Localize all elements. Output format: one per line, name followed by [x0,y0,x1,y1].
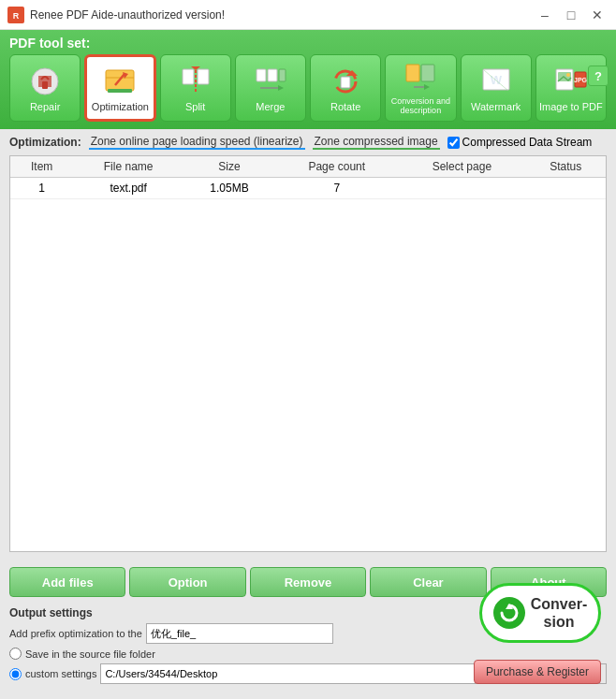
remove-button[interactable]: Remove [250,567,366,597]
help-button[interactable]: ? [588,66,609,86]
svg-text:R: R [13,11,20,21]
custom-settings-label: custom settings [25,668,96,679]
add-files-button[interactable]: Add files [9,567,125,597]
option-button[interactable]: Option [129,567,245,597]
compressed-data-stream-checkbox[interactable] [447,137,460,149]
merge-label: Merge [256,101,285,112]
repair-icon [26,64,64,99]
optim-compressed-option[interactable]: Zone compressed image [313,135,440,150]
tool-watermark[interactable]: W Watermark [461,54,532,122]
table-row[interactable]: 1 text.pdf 1.05MB 7 [10,178,606,199]
cell-size: 1.05MB [183,178,275,199]
cell-status [525,178,606,199]
window-controls: – □ ✕ [534,7,609,23]
cell-item: 1 [10,178,73,199]
optimization-label: Optimization [92,101,149,112]
rotate-icon [327,64,364,99]
convert-label: Conver- sion [531,595,587,631]
tool-optimization[interactable]: Optimization [84,54,155,122]
col-status: Status [525,156,606,178]
save-source-radio[interactable] [9,648,22,660]
prefix-input[interactable] [146,623,333,644]
col-pagecount: Page count [275,156,398,178]
cell-filename: text.pdf [73,178,183,199]
table-header-row: Item File name Size Page count Select pa… [10,156,606,178]
watermark-label: Watermark [471,101,521,112]
cell-pagecount: 7 [275,178,398,199]
close-button[interactable]: ✕ [586,7,609,23]
split-label: Split [185,101,205,112]
convert-button[interactable]: Conver- sion [479,583,601,643]
app-icon: R [7,7,24,23]
watermark-icon: W [477,64,515,99]
minimize-button[interactable]: – [534,7,556,23]
col-item: Item [10,156,73,178]
svg-rect-17 [406,65,419,81]
col-size: Size [183,156,275,178]
maximize-button[interactable]: □ [560,7,582,23]
title-bar: R Renee PDF Aide-unauthorized version! –… [0,0,616,30]
prefix-label: Add prefix optimization to the [9,628,142,639]
svg-rect-8 [183,69,194,84]
toolbar-header: PDF tool set: Repair [0,30,616,129]
bottom-section: Add files Option Remove Clear About Outp… [0,563,616,699]
tool-image-to-pdf[interactable]: JPG Image to PDF [535,54,607,122]
content-area: Optimization: Zone online page loading s… [0,129,616,563]
compressed-data-stream-text: Compressed Data Stream [462,136,593,149]
repair-label: Repair [30,101,60,112]
split-icon [177,64,214,99]
optimization-bar: Optimization: Zone online page loading s… [9,135,607,150]
conversion-area: Conver- sion [479,583,601,643]
col-filename: File name [73,156,183,178]
image-to-pdf-label: Image to PDF [539,101,603,112]
svg-rect-10 [257,69,266,81]
file-table: Item File name Size Page count Select pa… [10,156,606,199]
custom-settings-radio[interactable] [9,668,22,680]
tool-merge[interactable]: Merge [235,54,306,122]
col-selectpage: Select page [398,156,525,178]
purchase-register-button[interactable]: Purchase & Register [474,660,601,684]
svg-rect-11 [268,69,277,81]
image-to-pdf-icon: JPG [552,64,590,99]
optimization-label: Optimization: [9,136,81,149]
convert-icon [493,597,525,629]
tool-repair[interactable]: Repair [9,54,81,122]
svg-point-24 [566,73,570,77]
save-source-row: Save in the source file folder [9,648,607,660]
save-source-label: Save in the source file folder [25,648,155,660]
tool-rotate[interactable]: Rotate [310,54,381,122]
svg-rect-18 [421,65,434,81]
toolbar-title: PDF tool set: [9,36,607,51]
merge-icon [252,64,289,99]
svg-marker-19 [424,84,430,90]
tool-split[interactable]: Split [160,54,231,122]
optimization-icon [101,64,139,99]
tool-conversion[interactable]: Conversion and description [385,54,456,122]
optim-speed-option[interactable]: Zone online page loading speed (lineariz… [89,135,305,150]
window-title: Renee PDF Aide-unauthorized version! [30,8,534,22]
file-table-wrap: Item File name Size Page count Select pa… [9,155,607,552]
svg-text:JPG: JPG [574,77,588,83]
cell-selectpage [398,178,525,199]
svg-rect-7 [108,89,132,93]
conversion-label: Conversion and description [386,97,455,116]
svg-rect-3 [42,81,48,89]
svg-rect-16 [341,77,350,88]
main-window: PDF tool set: Repair [0,30,616,699]
toolbar-row: Repair Optimization [9,54,607,125]
svg-rect-9 [198,69,209,84]
svg-marker-13 [278,85,284,91]
compressed-data-stream-label[interactable]: Compressed Data Stream [447,136,593,149]
conversion-icon [402,60,439,95]
clear-button[interactable]: Clear [370,567,486,597]
rotate-label: Rotate [330,101,360,112]
svg-rect-12 [279,69,286,81]
